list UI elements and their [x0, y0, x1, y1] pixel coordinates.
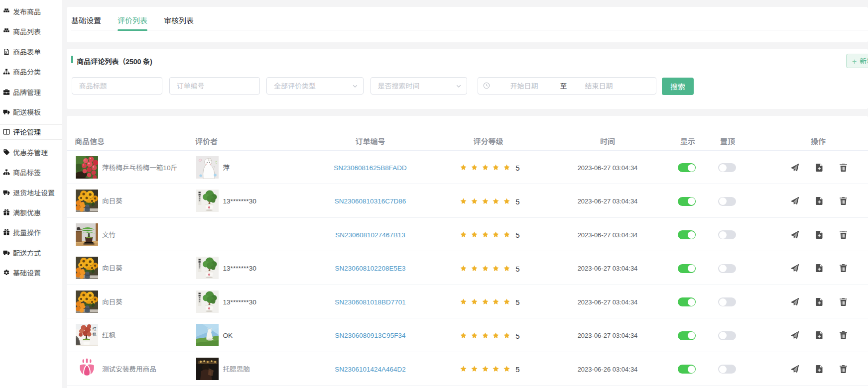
svg-text:枫: 枫: [92, 331, 96, 337]
svg-text:红: 红: [92, 326, 96, 331]
